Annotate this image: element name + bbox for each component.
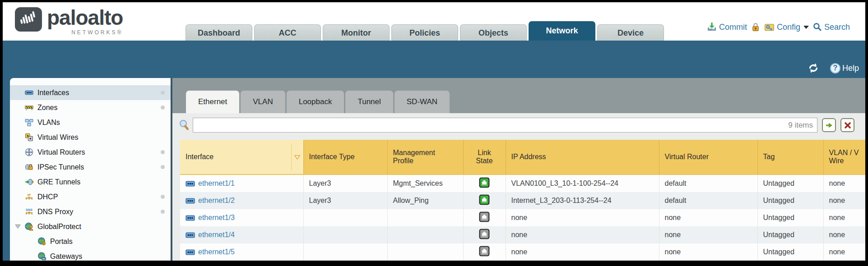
tab-network[interactable]: Network bbox=[529, 21, 595, 41]
sidebar-item-portals[interactable]: Portals bbox=[10, 234, 171, 249]
sidebar-item-gre-tunnels[interactable]: GRE Tunnels bbox=[10, 174, 171, 189]
commit-icon bbox=[707, 22, 717, 32]
main-nav: Dashboard ACC Monitor Policies Objects N… bbox=[186, 21, 664, 41]
cell-tag: Untagged bbox=[757, 226, 823, 243]
sidebar-item-label: DHCP bbox=[37, 193, 58, 201]
sort-dropdown-icon[interactable] bbox=[291, 143, 303, 170]
table-row[interactable]: ethernet1/2 Layer3 Allow_Ping Internet_L… bbox=[180, 192, 865, 209]
interface-link[interactable]: ethernet1/1 bbox=[186, 179, 298, 188]
sidebar-item-label: Interfaces bbox=[37, 89, 69, 97]
sidebar-item-zones[interactable]: Zones bbox=[10, 100, 171, 115]
tab-dashboard[interactable]: Dashboard bbox=[186, 24, 252, 41]
refresh-icon[interactable] bbox=[808, 63, 819, 73]
ipsec-tunnels-icon bbox=[25, 163, 33, 171]
tab-device[interactable]: Device bbox=[597, 24, 664, 41]
tab-acc[interactable]: ACC bbox=[254, 24, 321, 41]
column-header-management-profile[interactable]: Management Profile bbox=[387, 140, 463, 174]
subtab-ethernet[interactable]: Ethernet bbox=[186, 91, 239, 113]
cell-management-profile bbox=[387, 226, 463, 243]
cell-ip-address: none bbox=[506, 209, 659, 226]
sidebar-item-vlans[interactable]: VLANs bbox=[10, 115, 171, 130]
column-header-ip-address[interactable]: IP Address bbox=[506, 140, 659, 174]
item-count: 9 items bbox=[788, 121, 813, 130]
network-sidebar: Interfaces Zones VLANs bbox=[10, 78, 172, 261]
svg-text:DNS: DNS bbox=[26, 208, 32, 211]
sidebar-item-virtual-routers[interactable]: Virtual Routers bbox=[10, 145, 171, 160]
interface-subtabs: Ethernet VLAN Loopback Tunnel SD-WAN bbox=[186, 78, 865, 113]
sidebar-item-dns-proxy[interactable]: DNS DNS Proxy bbox=[10, 204, 171, 219]
interface-link[interactable]: ethernet1/5 bbox=[186, 248, 298, 256]
help-label: Help bbox=[842, 64, 859, 73]
subtab-sdwan[interactable]: SD-WAN bbox=[395, 91, 450, 113]
ethernet-interface-icon bbox=[186, 232, 195, 238]
link-state-down-icon bbox=[479, 246, 490, 257]
sidebar-item-label: Virtual Wires bbox=[37, 133, 78, 142]
column-header-interface[interactable]: Interface bbox=[180, 140, 303, 174]
clear-filter-button[interactable] bbox=[840, 118, 854, 132]
table-row[interactable]: ethernet1/4 none none Untagged bbox=[180, 226, 865, 243]
cell-management-profile bbox=[387, 243, 463, 261]
column-label: Interface bbox=[180, 153, 291, 161]
brand-subtext: NETWORKS® bbox=[71, 29, 123, 36]
item-dot bbox=[161, 91, 165, 95]
cell-ip-address: Internet_L3_203-0-113-254--24 bbox=[506, 192, 659, 209]
column-header-vlan-wire[interactable]: VLAN / V Wire bbox=[823, 140, 865, 174]
banner-bar: ? Help bbox=[3, 41, 865, 78]
sidebar-item-gateways[interactable]: Gateways bbox=[10, 249, 171, 261]
cell-virtual-router: none bbox=[659, 243, 757, 261]
apply-filter-button[interactable] bbox=[822, 118, 836, 132]
interface-link[interactable]: ethernet1/2 bbox=[186, 197, 298, 205]
filter-input[interactable] bbox=[193, 118, 817, 133]
sidebar-item-interfaces[interactable]: Interfaces bbox=[10, 85, 171, 100]
collapse-expander-icon[interactable] bbox=[15, 224, 21, 229]
cell-tag: Untagged bbox=[757, 192, 823, 209]
quick-actions: Commit Config bbox=[707, 22, 850, 32]
ethernet-interface-icon bbox=[186, 181, 195, 187]
search-label: Search bbox=[824, 23, 850, 32]
config-menu-button[interactable]: Config bbox=[764, 23, 809, 32]
help-button[interactable]: ? Help bbox=[830, 63, 859, 73]
sidebar-item-label: Zones bbox=[37, 104, 57, 112]
help-icon: ? bbox=[830, 63, 840, 73]
search-button[interactable]: Search bbox=[813, 23, 850, 32]
cell-management-profile: Mgmt_Services bbox=[387, 174, 463, 192]
sidebar-item-dhcp[interactable]: IP DHCP bbox=[10, 189, 171, 204]
sidebar-item-ipsec-tunnels[interactable]: IPSec Tunnels bbox=[10, 160, 171, 174]
column-header-virtual-router[interactable]: Virtual Router bbox=[659, 140, 757, 174]
cell-interface-type: Layer3 bbox=[303, 174, 387, 192]
ethernet-interface-icon bbox=[186, 249, 195, 255]
interface-link[interactable]: ethernet1/3 bbox=[186, 214, 298, 222]
ethernet-pane: 9 items bbox=[172, 113, 865, 261]
subtab-vlan[interactable]: VLAN bbox=[241, 91, 285, 113]
link-state-up-icon bbox=[479, 177, 490, 188]
brand-wordmark: paloalto bbox=[47, 7, 123, 28]
workspace: Interfaces Zones VLANs bbox=[3, 78, 865, 261]
column-header-link-state[interactable]: Link State bbox=[463, 140, 506, 174]
sidebar-item-virtual-wires[interactable]: Virtual Wires bbox=[10, 130, 171, 145]
interface-name: ethernet1/5 bbox=[198, 248, 235, 256]
cell-virtual-router: none bbox=[659, 226, 757, 243]
cell-interface-type bbox=[303, 226, 387, 243]
dhcp-icon: IP bbox=[25, 193, 33, 201]
red-x-icon bbox=[844, 122, 851, 129]
commit-button[interactable]: Commit bbox=[707, 22, 747, 32]
subtab-loopback[interactable]: Loopback bbox=[287, 91, 344, 113]
sidebar-item-label: Portals bbox=[50, 238, 73, 246]
tab-objects[interactable]: Objects bbox=[460, 24, 527, 41]
column-header-tag[interactable]: Tag bbox=[757, 140, 823, 174]
subtab-tunnel[interactable]: Tunnel bbox=[345, 91, 393, 113]
link-state-down-icon bbox=[479, 229, 490, 239]
lock-icon[interactable] bbox=[751, 22, 760, 32]
column-label: VLAN / V bbox=[829, 149, 860, 157]
tab-policies[interactable]: Policies bbox=[391, 24, 458, 41]
table-row[interactable]: ethernet1/3 none none Untagged bbox=[180, 209, 865, 226]
cell-virtual-router: default bbox=[659, 192, 757, 209]
sidebar-item-label: Gateways bbox=[50, 252, 82, 261]
column-header-interface-type[interactable]: Interface Type bbox=[303, 140, 387, 174]
table-row[interactable]: ethernet1/5 none none Untagged bbox=[180, 243, 865, 261]
interface-link[interactable]: ethernet1/4 bbox=[186, 231, 298, 239]
cell-tag: Untagged bbox=[757, 209, 823, 226]
sidebar-item-globalprotect[interactable]: GlobalProtect bbox=[10, 219, 171, 234]
tab-monitor[interactable]: Monitor bbox=[323, 24, 390, 41]
table-row[interactable]: ethernet1/1 Layer3 Mgmt_Services VLAN010… bbox=[180, 174, 865, 192]
